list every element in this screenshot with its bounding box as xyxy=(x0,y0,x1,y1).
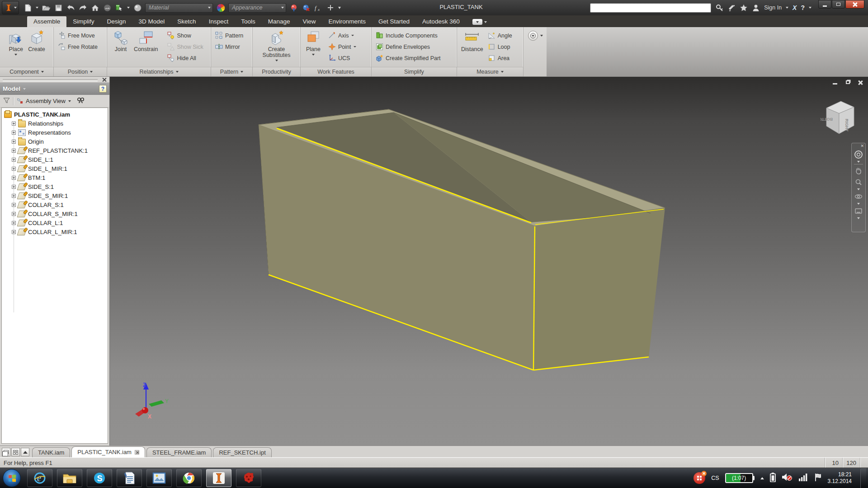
expand-tabs-button[interactable] xyxy=(21,448,29,456)
panel-label-position[interactable]: Position xyxy=(54,67,107,76)
taskbar-chrome[interactable] xyxy=(176,469,202,487)
panel-label-component[interactable]: Component xyxy=(0,67,53,76)
ribbon-tab[interactable]: Environments xyxy=(322,16,373,27)
parameters-fx-button[interactable]: fx xyxy=(314,3,323,12)
browser-title-caret-icon[interactable] xyxy=(23,88,26,90)
find-icon[interactable] xyxy=(77,97,85,105)
expand-icon[interactable] xyxy=(12,131,16,135)
graphics-viewport[interactable]: BOTTOM RIGHT ✕ Z Y xyxy=(110,77,868,446)
pan-hand-icon[interactable] xyxy=(853,166,864,176)
close-button[interactable] xyxy=(845,0,864,9)
ribbon-options-button[interactable] xyxy=(528,31,538,41)
create-simplified-part-button[interactable]: Create Simplified Part xyxy=(373,52,443,64)
ribbon-options-caret-icon[interactable] xyxy=(540,35,543,37)
ribbon-tab[interactable]: Manage xyxy=(262,16,297,27)
taskbar-image-viewer[interactable] xyxy=(146,469,172,487)
network-icon[interactable] xyxy=(798,473,808,483)
qat-customize-caret-icon[interactable] xyxy=(338,7,341,9)
pattern-button[interactable]: Pattern xyxy=(213,30,245,41)
create-button[interactable]: Create xyxy=(27,29,47,67)
panel-label-work-features[interactable]: Work Features xyxy=(301,67,371,76)
ribbon-tab[interactable]: Simplify xyxy=(66,16,100,27)
browser-title[interactable]: Model xyxy=(3,85,20,92)
favorites-star-icon[interactable] xyxy=(740,4,748,12)
open-file-button[interactable] xyxy=(42,3,51,12)
area-button[interactable]: Area xyxy=(486,52,514,64)
action-center-flag-icon[interactable] xyxy=(814,473,822,483)
expand-icon[interactable] xyxy=(12,185,16,189)
show-button[interactable]: Show xyxy=(165,30,206,41)
material-ball-icon[interactable] xyxy=(133,3,142,12)
tree-item[interactable]: COLLAR_L_MIR:1 xyxy=(2,227,108,236)
language-indicator[interactable]: CS xyxy=(711,475,719,481)
taskbar-skype[interactable]: S xyxy=(87,469,112,487)
expand-icon[interactable] xyxy=(12,203,16,207)
expand-icon[interactable] xyxy=(12,167,16,171)
navbar-more-caret-icon[interactable] xyxy=(857,217,860,219)
constrain-button[interactable]: Constrain xyxy=(132,29,160,67)
material-combo[interactable]: Material xyxy=(145,3,213,13)
communication-center-icon[interactable] xyxy=(727,4,736,12)
sign-in-caret-icon[interactable] xyxy=(786,7,788,9)
expand-icon[interactable] xyxy=(12,140,16,144)
expand-icon[interactable] xyxy=(12,194,16,198)
tree-item[interactable]: COLLAR_S:1 xyxy=(2,200,108,209)
browser-close-icon[interactable] xyxy=(102,77,107,82)
taskbar-irfanview[interactable] xyxy=(236,469,261,487)
plane-button[interactable]: Plane xyxy=(304,29,322,67)
render-button[interactable] xyxy=(103,3,112,12)
create-substitutes-button[interactable]: Create Substitutes xyxy=(260,29,293,67)
loop-button[interactable]: Loop xyxy=(486,41,514,52)
redo-button[interactable] xyxy=(78,3,87,12)
ucs-button[interactable]: UCS xyxy=(326,52,359,64)
place-button[interactable]: Place xyxy=(7,29,25,67)
tree-item[interactable]: Relationships xyxy=(2,119,108,128)
hidden-icons-arrow[interactable] xyxy=(760,477,764,479)
ribbon-display-caret-icon[interactable] xyxy=(484,21,487,23)
new-file-caret-icon[interactable] xyxy=(36,7,38,9)
security-alert-icon[interactable]: ✕ xyxy=(693,472,705,484)
expand-icon[interactable] xyxy=(12,122,16,126)
sign-in-person-icon[interactable] xyxy=(752,4,760,12)
browser-help-icon[interactable]: ? xyxy=(99,85,107,93)
panel-label-productivity[interactable]: Productivity xyxy=(253,67,300,76)
panel-label-measure[interactable]: Measure xyxy=(457,67,523,76)
select-caret-icon[interactable] xyxy=(127,7,130,9)
panel-label-simplify[interactable]: Simplify xyxy=(372,67,457,76)
tree-item[interactable]: REF_PLASTICTANK:1 xyxy=(2,146,108,155)
resize-grip[interactable] xyxy=(860,458,868,468)
expand-icon[interactable] xyxy=(12,221,16,225)
tree-item[interactable]: Representations xyxy=(2,128,108,137)
sign-in-label[interactable]: Sign In xyxy=(764,5,782,11)
battery-icon[interactable] xyxy=(770,473,776,484)
add-button[interactable] xyxy=(326,3,335,12)
document-tab[interactable]: STEEL_FRAME.iam xyxy=(146,447,212,457)
exchange-apps-icon[interactable]: X xyxy=(793,4,797,11)
appearance-combo[interactable]: Appearance xyxy=(228,3,286,13)
mirror-button[interactable]: Mirror xyxy=(213,41,245,52)
tile-windows-button[interactable] xyxy=(11,448,20,456)
taskbar-internet-explorer[interactable]: e xyxy=(27,469,52,487)
tree-item[interactable]: COLLAR_L:1 xyxy=(2,218,108,227)
expand-icon[interactable] xyxy=(12,158,16,162)
new-file-button[interactable] xyxy=(24,3,33,12)
browser-grip[interactable] xyxy=(0,77,109,83)
app-menu-button[interactable] xyxy=(2,1,19,14)
document-tab[interactable]: PLASTIC_TANK.iam xyxy=(71,446,145,457)
adjust-material-button[interactable] xyxy=(289,3,298,12)
point-button[interactable]: Point xyxy=(326,41,359,52)
ribbon-display-button[interactable] xyxy=(472,19,482,25)
select-component-button[interactable] xyxy=(115,3,124,12)
ribbon-tab[interactable]: Autodesk 360 xyxy=(416,16,466,27)
minimize-button[interactable] xyxy=(818,0,831,9)
view-selector[interactable]: Assembly View xyxy=(17,98,71,104)
distance-button[interactable]: Distance xyxy=(460,29,485,67)
clock[interactable]: 18:21 3.12.2014 xyxy=(828,471,852,485)
navigation-bar[interactable]: ✕ xyxy=(851,143,866,232)
help-caret-icon[interactable] xyxy=(809,7,811,9)
ribbon-tab[interactable]: Sketch xyxy=(171,16,202,27)
taskbar-windows-explorer[interactable] xyxy=(57,469,82,487)
home-button[interactable] xyxy=(90,3,99,12)
search-input[interactable] xyxy=(590,3,711,13)
ribbon-tab[interactable]: Tools xyxy=(235,16,262,27)
